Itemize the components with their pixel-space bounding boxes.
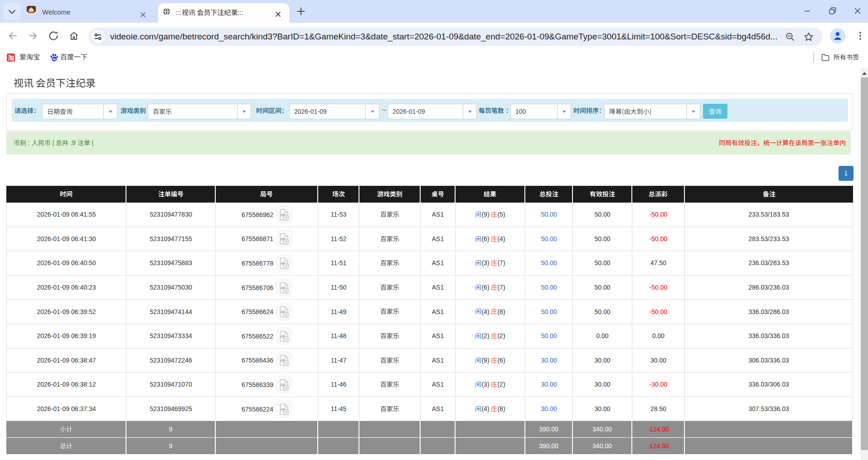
svg-text:du: du [52, 57, 57, 61]
